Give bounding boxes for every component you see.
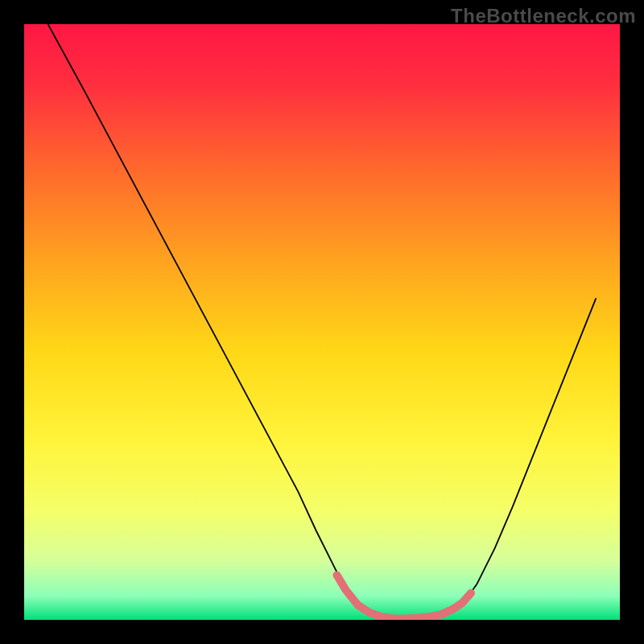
watermark-text: TheBottleneck.com — [451, 5, 636, 27]
chart-svg — [24, 24, 620, 620]
chart-area — [24, 24, 620, 620]
chart-background — [24, 24, 620, 620]
